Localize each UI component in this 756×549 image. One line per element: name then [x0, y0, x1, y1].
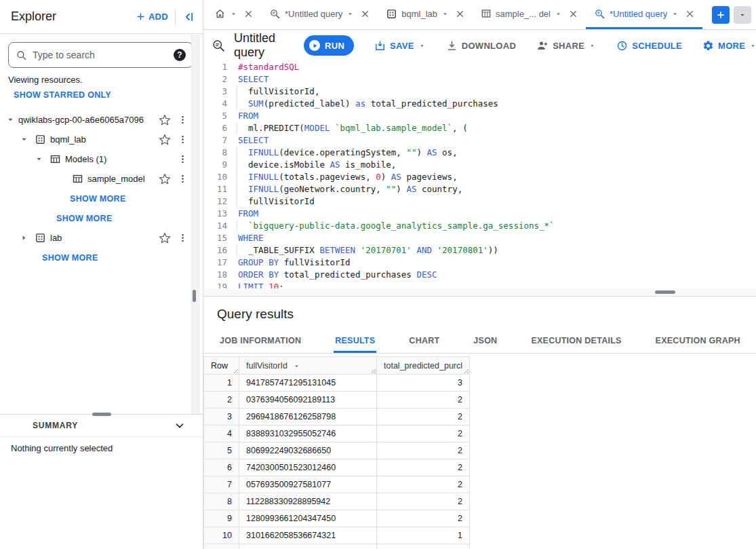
table-icon [481, 8, 492, 19]
table-row: 70576935009275810772 [204, 476, 470, 493]
expand-down-icon[interactable] [7, 116, 14, 124]
star-icon[interactable] [159, 134, 171, 146]
help-icon[interactable]: ? [174, 49, 186, 61]
tab-untitled-query-2[interactable]: *Untitled query [586, 0, 702, 29]
close-icon[interactable] [685, 10, 694, 18]
column-resize-handle[interactable] [462, 367, 469, 373]
code-line-18: 18ORDER BY total_predicted_purchases DES… [203, 269, 756, 281]
expand-down-icon[interactable] [20, 136, 28, 143]
tab-home[interactable] [206, 0, 261, 29]
star-icon[interactable] [159, 173, 171, 185]
results-tab-json[interactable]: JSON [472, 330, 498, 353]
tree-item-lab[interactable]: lab [0, 228, 203, 248]
close-icon[interactable] [569, 10, 578, 18]
results-tab-chart[interactable]: CHART [407, 330, 441, 353]
more-button[interactable]: MORE [702, 40, 756, 52]
expand-down-icon[interactable] [35, 155, 43, 163]
query-toolbar: Untitled query RUN SAVE DOWNLOAD SHARE [203, 30, 756, 61]
code-text: ORDER BY total_predicted_purchases DESC [234, 269, 437, 281]
line-number: 2 [203, 73, 234, 86]
caret-down-icon [418, 42, 426, 50]
show-starred-only-link[interactable]: SHOW STARRED ONLY [14, 90, 111, 100]
save-button[interactable]: SAVE [374, 40, 426, 52]
line-number: 3 [203, 86, 234, 98]
results-tab-results[interactable]: RESULTS [334, 330, 376, 353]
tree-item-qwiklabs-gcp-00-a6e6065a7096[interactable]: qwiklabs-gcp-00-a6e6065a7096 [0, 110, 203, 130]
collapse-panel-icon [182, 10, 196, 24]
caret-down-icon[interactable] [555, 10, 562, 18]
close-icon[interactable] [361, 10, 370, 18]
code-text: #standardSQL [234, 61, 299, 73]
tab-menu-button[interactable] [734, 6, 751, 24]
caret-down-icon[interactable] [230, 10, 237, 18]
column-resize-handle[interactable] [370, 367, 376, 373]
results-tab-execution-details[interactable]: EXECUTION DETAILS [530, 330, 622, 353]
sidebar-scrollbar[interactable] [191, 35, 200, 414]
editor-resize-handle[interactable] [655, 290, 675, 294]
tab-untitled-query-1[interactable]: *Untitled query [261, 0, 378, 29]
data-cell: 2 [377, 392, 470, 409]
show-more-link[interactable]: SHOW MORE [0, 208, 203, 228]
line-number: 15 [203, 232, 234, 244]
query-title: Untitled query [234, 31, 275, 60]
run-button[interactable]: RUN [304, 35, 354, 56]
tab-sample-model[interactable]: sample_... del [473, 0, 586, 29]
sort-caret-icon[interactable] [293, 362, 300, 370]
data-cell: 9417857471295131045 [239, 375, 377, 392]
tree-item-bqml-lab[interactable]: bqml_lab [0, 130, 203, 149]
collapse-panel-button[interactable] [182, 10, 196, 24]
line-number: 5 [203, 110, 234, 122]
code-line-14: 14 `bigquery-public-data.google_analytic… [203, 220, 756, 232]
data-cell: 2 [377, 476, 470, 493]
sql-editor[interactable]: 1#standardSQL2SELECT3 fullVisitorId,4 SU… [203, 61, 756, 297]
star-icon[interactable] [159, 114, 171, 126]
save-icon [374, 40, 386, 52]
schedule-button[interactable]: SCHEDULE [616, 40, 682, 52]
tree-item-sample-model[interactable]: sample_model [0, 169, 203, 189]
kebab-icon[interactable] [178, 115, 188, 125]
caret-down-icon[interactable] [441, 10, 449, 18]
expand-right-icon[interactable] [20, 234, 28, 242]
tree-item-label: qwiklabs-gcp-00-a6e6065a7096 [18, 115, 144, 125]
tree-item-models-1-[interactable]: Models (1) [0, 149, 203, 169]
row-number-cell: 1 [204, 375, 239, 392]
tab-bqml-lab[interactable]: bqml_lab [378, 0, 473, 29]
chevron-down-icon[interactable] [174, 420, 185, 431]
dataset-icon [386, 8, 397, 20]
table-row: 1031016620585366743211 [204, 527, 470, 544]
star-icon[interactable] [159, 232, 171, 244]
plus-icon [716, 10, 725, 20]
close-icon[interactable] [456, 10, 464, 18]
show-more-link[interactable]: SHOW MORE [0, 248, 203, 267]
kebab-icon[interactable] [178, 233, 188, 243]
close-icon[interactable] [244, 10, 253, 18]
line-number: 17 [203, 257, 234, 269]
caret-down-icon[interactable] [671, 10, 679, 18]
show-more-link[interactable]: SHOW MORE [0, 189, 203, 208]
new-tab-button[interactable] [712, 6, 730, 24]
summary-resize-handle[interactable] [92, 413, 111, 416]
caret-down-icon [589, 42, 596, 50]
row-number-cell: 5 [204, 442, 239, 459]
share-button[interactable]: SHARE [536, 39, 596, 52]
code-line-15: 15WHERE [203, 232, 756, 244]
sidebar-scrollbar-thumb[interactable] [193, 290, 196, 302]
tab-label: sample_... del [496, 9, 551, 19]
download-button[interactable]: DOWNLOAD [446, 40, 516, 52]
kebab-icon[interactable] [178, 154, 188, 164]
column-resize-handle[interactable] [232, 367, 238, 373]
main-panel: *Untitled querybqml_labsample_... del*Un… [203, 0, 756, 549]
line-number: 12 [203, 195, 234, 208]
add-button[interactable]: ADD [136, 12, 168, 22]
results-tab-job-information[interactable]: JOB INFORMATION [218, 330, 302, 353]
table-row: 203763940560921891132 [204, 392, 470, 409]
code-line-16: 16 _TABLE_SUFFIX BETWEEN '20170701' AND … [203, 244, 756, 257]
caret-down-icon[interactable] [346, 10, 354, 18]
results-tab-execution-graph[interactable]: EXECUTION GRAPH [654, 330, 742, 353]
search-input[interactable] [33, 50, 168, 60]
code-text: FROM [234, 110, 258, 122]
add-label: ADD [148, 12, 168, 22]
kebab-icon[interactable] [178, 174, 188, 184]
kebab-icon[interactable] [178, 134, 188, 145]
gear-icon [702, 40, 714, 52]
